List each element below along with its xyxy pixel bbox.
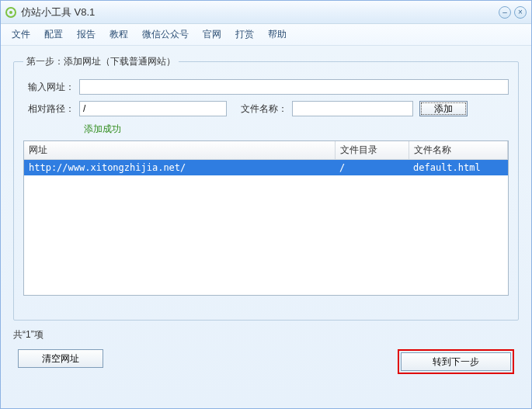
menu-wechat[interactable]: 微信公众号 xyxy=(142,28,189,41)
footer-buttons: 清空网址 转到下一步 xyxy=(13,349,519,374)
close-button[interactable]: × xyxy=(514,6,527,19)
window-title: 仿站小工具 V8.1 xyxy=(21,5,499,19)
path-label: 相对路径： xyxy=(23,102,79,116)
th-file[interactable]: 文件名称 xyxy=(409,141,508,160)
app-icon xyxy=(5,7,16,18)
app-window: 仿站小工具 V8.1 – × 文件 配置 报告 教程 微信公众号 官网 打赏 帮… xyxy=(0,0,532,409)
clear-button[interactable]: 清空网址 xyxy=(18,349,103,368)
filename-input[interactable] xyxy=(292,101,413,116)
status-message: 添加成功 xyxy=(84,123,509,136)
filename-label: 文件名称： xyxy=(241,102,292,116)
content-area: 第一步：添加网址（下载普通网站） 输入网址： 相对路径： 文件名称： 添加 添加… xyxy=(1,46,531,408)
item-count: 共“1”项 xyxy=(13,328,519,341)
menu-tutorial[interactable]: 教程 xyxy=(110,28,128,41)
minimize-button[interactable]: – xyxy=(499,6,511,19)
row-path: 相对路径： 文件名称： 添加 xyxy=(23,101,509,116)
row-url: 输入网址： xyxy=(23,79,509,95)
menu-website[interactable]: 官网 xyxy=(203,28,221,41)
next-button-highlight: 转到下一步 xyxy=(398,349,514,374)
cell-file: default.html xyxy=(409,160,508,176)
add-button[interactable]: 添加 xyxy=(419,101,468,116)
cell-url: http://www.xitongzhijia.net/ xyxy=(24,160,335,176)
menu-help[interactable]: 帮助 xyxy=(268,28,287,41)
th-url[interactable]: 网址 xyxy=(24,141,335,160)
url-input[interactable] xyxy=(79,79,509,95)
step1-groupbox: 第一步：添加网址（下载普通网站） 输入网址： 相对路径： 文件名称： 添加 添加… xyxy=(13,55,519,321)
url-table: 网址 文件目录 文件名称 http://www.xitongzhijia.net… xyxy=(24,141,508,175)
th-dir[interactable]: 文件目录 xyxy=(335,141,409,160)
cell-dir: / xyxy=(335,160,409,176)
next-button[interactable]: 转到下一步 xyxy=(401,352,511,371)
path-input[interactable] xyxy=(79,101,227,116)
titlebar: 仿站小工具 V8.1 – × xyxy=(1,1,531,24)
window-controls: – × xyxy=(499,6,527,19)
url-table-container: 网址 文件目录 文件名称 http://www.xitongzhijia.net… xyxy=(23,140,509,296)
url-label: 输入网址： xyxy=(23,81,79,94)
menu-report[interactable]: 报告 xyxy=(77,28,96,41)
menu-donate[interactable]: 打赏 xyxy=(235,28,254,41)
table-row[interactable]: http://www.xitongzhijia.net/ / default.h… xyxy=(24,160,508,176)
menu-config[interactable]: 配置 xyxy=(44,28,63,41)
groupbox-legend: 第一步：添加网址（下载普通网站） xyxy=(23,55,179,68)
menu-file[interactable]: 文件 xyxy=(12,28,30,41)
menubar: 文件 配置 报告 教程 微信公众号 官网 打赏 帮助 xyxy=(1,24,531,46)
